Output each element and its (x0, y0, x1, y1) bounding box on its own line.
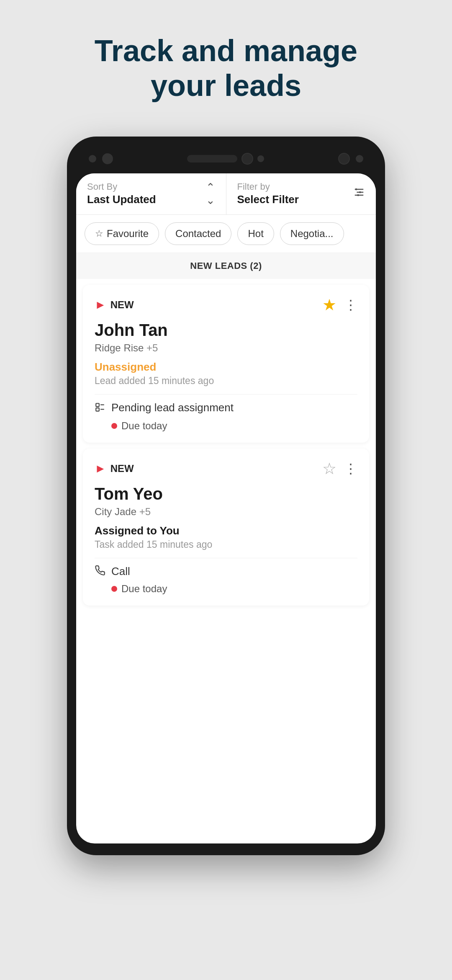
sensor-dot-3 (257, 155, 264, 162)
chip-favourite[interactable]: ☆ Favourite (85, 222, 159, 245)
sensor-dot-2 (102, 153, 113, 164)
lead-name-1: John Tan (95, 321, 357, 340)
svg-rect-8 (96, 408, 99, 411)
lead-assignment-2: Assigned to You (95, 524, 357, 537)
lead-time-1: Lead added 15 minutes ago (95, 375, 357, 387)
svg-point-3 (355, 188, 357, 191)
phone-notch (76, 148, 376, 169)
due-dot-1 (111, 423, 117, 429)
chip-hot-label: Hot (248, 228, 263, 240)
lead-project-1: Ridge Rise +5 (95, 342, 357, 354)
svg-point-5 (357, 194, 359, 196)
due-dot-2 (111, 586, 117, 592)
star-filled-icon-1[interactable]: ★ (322, 296, 336, 314)
sort-filter-bar: Sort By Last Updated ⌃⌄ Filter by Select… (76, 173, 376, 215)
due-text-1: Due today (121, 420, 167, 432)
section-header-new-leads: NEW LEADS (2) (76, 253, 376, 279)
lead-status-text-1: NEW (110, 299, 134, 311)
new-status-arrow-icon-2: ► (95, 462, 106, 475)
more-options-icon-1[interactable]: ⋮ (344, 297, 357, 313)
lead-time-2: Task added 15 minutes ago (95, 539, 357, 550)
lead-name-2: Tom Yeo (95, 485, 357, 503)
call-icon-2 (95, 565, 105, 579)
lead-status-badge-2: ► NEW (95, 462, 134, 475)
svg-point-4 (359, 191, 361, 193)
sort-label: Sort By (87, 181, 156, 192)
task-text-1: Pending lead assignment (111, 401, 234, 414)
chip-favourite-label: Favourite (107, 228, 149, 240)
svg-rect-6 (96, 403, 99, 407)
lead-status-text-2: NEW (110, 463, 134, 475)
task-due-2: Due today (111, 583, 357, 595)
lead-card-header-1: ► NEW ★ ⋮ (95, 296, 357, 314)
lead-task-1: Pending lead assignment (95, 401, 357, 416)
notch-right-sensors (338, 153, 363, 165)
more-options-icon-2[interactable]: ⋮ (344, 461, 357, 477)
chip-negotiate-label: Negotia... (290, 228, 334, 240)
front-camera (241, 153, 253, 165)
notch-center-area (187, 153, 264, 165)
chip-contacted-label: Contacted (175, 228, 221, 240)
task-list-icon-1 (95, 402, 105, 416)
filter-value: Select Filter (237, 193, 299, 206)
speaker-grille (187, 155, 237, 162)
lead-actions-2: ☆ ⋮ (322, 459, 357, 478)
lead-status-badge-1: ► NEW (95, 298, 134, 312)
page-headline: Track and manage your leads (80, 34, 372, 103)
task-due-1: Due today (111, 420, 357, 432)
sensor-dot-1 (89, 155, 96, 162)
chips-container: ☆ Favourite Contacted Hot Negotia... (76, 215, 376, 253)
sort-chevron-icon: ⌃⌄ (206, 181, 215, 207)
notch-left-sensors (89, 153, 113, 164)
lead-assignment-1: Unassigned (95, 361, 357, 374)
task-text-2: Call (111, 565, 130, 578)
phone-screen: Sort By Last Updated ⌃⌄ Filter by Select… (76, 173, 376, 843)
new-status-arrow-icon: ► (95, 298, 106, 312)
project-extra-2: +5 (139, 506, 151, 517)
project-extra-1: +5 (146, 342, 158, 353)
lead-actions-1: ★ ⋮ (322, 296, 357, 314)
lead-card-john-tan[interactable]: ► NEW ★ ⋮ John Tan Ridge Rise +5 Unassig… (83, 285, 369, 443)
lead-card-tom-yeo[interactable]: ► NEW ☆ ⋮ Tom Yeo City Jade +5 Assigned … (83, 449, 369, 606)
filter-label: Filter by (237, 181, 299, 192)
star-empty-icon-2[interactable]: ☆ (322, 459, 336, 478)
lead-divider-2 (95, 558, 357, 558)
chip-contacted[interactable]: Contacted (165, 222, 231, 245)
star-outline-icon: ☆ (95, 228, 103, 239)
due-text-2: Due today (121, 583, 167, 595)
filter-section[interactable]: Filter by Select Filter (226, 173, 376, 214)
filter-content: Filter by Select Filter (237, 181, 299, 206)
filter-sliders-icon (353, 186, 365, 201)
chip-hot[interactable]: Hot (237, 222, 274, 245)
lead-task-2: Call (95, 565, 357, 579)
sensor-right-1 (338, 153, 350, 165)
lead-card-header-2: ► NEW ☆ ⋮ (95, 459, 357, 478)
section-header-label: NEW LEADS (2) (190, 260, 262, 271)
chip-negotiate[interactable]: Negotia... (280, 222, 344, 245)
lead-divider-1 (95, 394, 357, 395)
phone-shell: Sort By Last Updated ⌃⌄ Filter by Select… (67, 137, 385, 855)
sensor-right-2 (356, 155, 363, 162)
sort-content: Sort By Last Updated (87, 181, 156, 206)
lead-project-2: City Jade +5 (95, 506, 357, 518)
sort-value: Last Updated (87, 193, 156, 206)
sort-section[interactable]: Sort By Last Updated ⌃⌄ (76, 173, 226, 214)
